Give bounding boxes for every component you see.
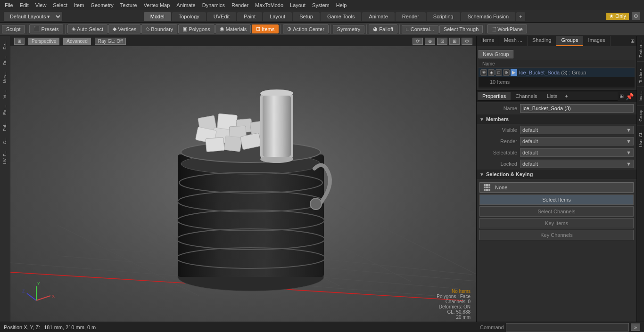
prop-locked-dropdown[interactable]: default ▼ [520,160,634,168]
vp-perspective-btn[interactable]: Perspective [28,38,59,45]
command-input[interactable] [506,323,629,332]
left-tab-pol[interactable]: Pol... [1,119,9,134]
settings-button[interactable]: ⚙ [632,12,640,20]
group-lock-icon[interactable]: □ [495,69,502,76]
vp-advanced-btn[interactable]: Advanced [63,38,91,45]
props-name-input[interactable] [520,104,634,113]
group-visibility-icon[interactable]: 👁 [480,69,487,76]
tab-add[interactable]: + [516,12,525,21]
menu-item[interactable]: Item [71,1,87,9]
work-plane-button[interactable]: ⬚ WorkPlane [487,24,527,33]
props-tab-add[interactable]: + [562,92,570,100]
keying-section-header[interactable]: ▼ Selection & Keying [477,170,636,179]
props-expand-icon[interactable]: ⊞ [619,93,624,99]
tab-scripting[interactable]: Scripting [427,12,460,21]
menu-dynamics[interactable]: Dynamics [199,1,228,9]
tab-render[interactable]: Render [396,12,426,21]
tab-model[interactable]: Model [144,12,171,21]
panel-expand-icon[interactable]: ⊞ [630,38,635,44]
key-channels-button[interactable]: Key Channels [479,230,634,240]
vp-expand-btn[interactable]: ⊞ [449,38,460,45]
left-tab-c[interactable]: C... [1,135,9,147]
right-vtab-group[interactable]: Group [637,105,644,125]
props-tab-lists[interactable]: Lists [542,92,562,100]
action-center-button[interactable]: ⊕ Action Center [283,24,329,33]
tab-schematic[interactable]: Schematic Fusion [461,12,515,21]
panel-tab-images[interactable]: Images [583,36,610,46]
group-type-icon[interactable]: ⊕ [503,69,510,76]
menu-file[interactable]: File [2,1,16,9]
menu-animate[interactable]: Animate [173,1,198,9]
left-tab-em[interactable]: Em... [1,102,9,118]
panel-tab-shading[interactable]: Shading [528,36,556,46]
menu-view[interactable]: View [33,1,50,9]
command-expand-button[interactable]: » [631,324,640,331]
layout-dropdown[interactable]: Default Layouts ▾ [4,12,62,21]
tab-setup[interactable]: Setup [293,12,320,21]
panel-tab-items[interactable]: Items [477,36,499,46]
members-section-header[interactable]: ▼ Members [477,114,636,124]
right-vtab-ima[interactable]: Ima... [637,87,644,105]
select-items-button[interactable]: Select Items [479,194,634,205]
vp-zoom-btn[interactable]: ⊕ [425,38,435,45]
menu-help[interactable]: Help [333,1,350,9]
sculpt-button[interactable]: Sculpt [2,25,25,33]
vp-mode-btn[interactable]: ⊞ [14,38,25,45]
right-vtab-user[interactable]: User Cl... [637,125,644,151]
left-tab-uv[interactable]: UV, F... [1,148,9,167]
tab-game-tools[interactable]: Game Tools [321,12,362,21]
materials-button[interactable]: ◉ Materials [215,24,251,33]
menu-system[interactable]: System [309,1,332,9]
left-tab-de[interactable]: De... [1,38,9,52]
left-tab-ve[interactable]: Ve... [1,87,9,101]
constraints-button[interactable]: □ Constrai... [402,25,438,33]
props-tab-properties[interactable]: Properties [478,92,511,100]
vp-raygl-btn[interactable]: Ray GL: Off [95,38,126,45]
items-button[interactable]: ⊞ Items [252,24,279,33]
menu-select[interactable]: Select [50,1,70,9]
menu-bar: File Edit View Select Item Geometry Text… [0,0,644,10]
props-pin-icon[interactable]: 📌 [626,93,634,100]
select-channels-button[interactable]: Select Channels [479,206,634,217]
right-vtab-texture2[interactable]: Texture... [637,61,644,87]
panel-tab-groups[interactable]: Groups [556,36,583,46]
menu-render[interactable]: Render [229,1,251,9]
menu-texture[interactable]: Texture [117,1,140,9]
right-vtab-texture1[interactable]: Texture... [637,36,644,61]
vp-fit-btn[interactable]: ⊡ [437,38,447,45]
select-through-button[interactable]: Select Through [439,25,483,33]
menu-geometry[interactable]: Geometry [88,1,116,9]
prop-visible-dropdown[interactable]: default ▼ [520,126,634,134]
symmetry-button[interactable]: Symmetry [333,25,365,33]
vertices-button[interactable]: ◆ Vertices [108,24,140,33]
vp-orbit-btn[interactable]: ⟳ [413,38,423,45]
tab-topology[interactable]: Topology [172,12,206,21]
panel-tab-mesh[interactable]: Mesh ... [499,36,528,46]
group-row[interactable]: 👁 ◈ □ ⊕ ▶ Ice_Bucket_Soda (3) : Group [479,68,635,77]
work-plane-icon: ⬚ [491,26,496,32]
menu-edit[interactable]: Edit [17,1,32,9]
presets-button[interactable]: ⬛ Presets [29,24,63,33]
key-items-button[interactable]: Key Items [479,218,634,228]
tab-layout[interactable]: Layout [263,12,292,21]
keying-none-button[interactable]: None [479,182,634,193]
vp-settings-btn[interactable]: ⚙ [462,38,472,45]
menu-maxtomodo[interactable]: MaxToModo [252,1,286,9]
menu-vertex-map[interactable]: Vertex Map [141,1,173,9]
left-tab-mes[interactable]: Mes... [1,69,9,86]
tab-uvedit[interactable]: UVEdit [207,12,236,21]
tab-animate[interactable]: Animate [362,12,394,21]
falloff-button[interactable]: ◕ Falloff [369,24,397,33]
props-tab-channels[interactable]: Channels [511,92,542,100]
prop-selectable-dropdown[interactable]: default ▼ [520,148,634,157]
prop-render-dropdown[interactable]: default ▼ [520,137,634,146]
boundary-button[interactable]: ◇ Boundary [141,24,177,33]
group-render-icon[interactable]: ◈ [488,69,495,76]
left-tab-du[interactable]: Du... [1,53,9,68]
polygons-button[interactable]: ▣ Polygons [178,24,214,33]
tab-paint[interactable]: Paint [237,12,262,21]
new-group-button[interactable]: New Group [479,50,513,58]
menu-layout[interactable]: Layout [287,1,308,9]
auto-select-button[interactable]: ◈ Auto Select [67,24,107,33]
viewport[interactable]: ⊞ Perspective Advanced Ray GL: Off ⟳ ⊕ ⊡… [10,36,476,322]
